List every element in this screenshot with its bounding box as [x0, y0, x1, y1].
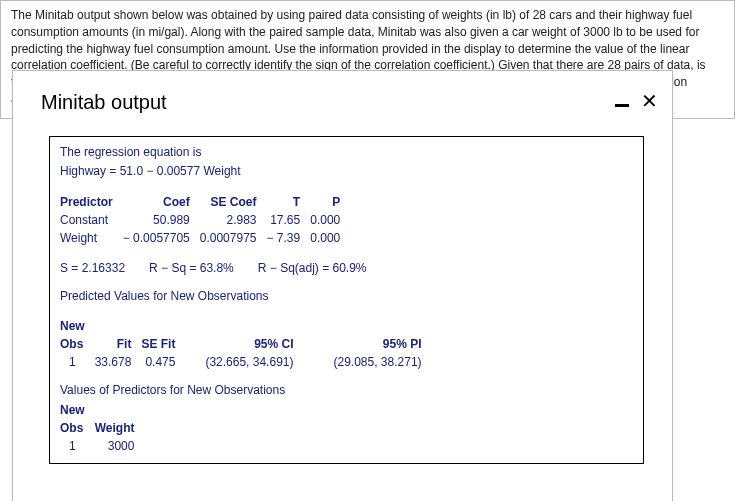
- minimize-icon[interactable]: [615, 104, 629, 107]
- col-pi: 95% PI: [303, 335, 431, 353]
- close-icon[interactable]: ✕: [641, 91, 658, 111]
- predictor-values-table: New Obs Weight 1 3000: [60, 401, 144, 455]
- predicted-values-table: New Obs Fit SE Fit 95% CI 95% PI 1 33.67…: [60, 317, 432, 371]
- modal-controls: ✕: [615, 91, 658, 111]
- col-new: New: [60, 317, 95, 335]
- equation: Highway = 51.0 − 0.00577 Weight: [60, 162, 633, 180]
- col-t: T: [267, 193, 311, 211]
- col-fit: Fit: [95, 335, 142, 353]
- stat-rsqadj: R − Sq(adj) = 60.9%: [258, 259, 367, 277]
- col-new2: New: [60, 401, 95, 419]
- col-obs: Obs: [60, 335, 95, 353]
- predictor-values-title: Values of Predictors for New Observation…: [60, 381, 633, 399]
- output-box: The regression equation is Highway = 51.…: [49, 136, 644, 464]
- stat-rsq: R − Sq = 63.8%: [149, 259, 234, 277]
- col-p: P: [310, 193, 350, 211]
- table-row: Constant 50.989 2.983 17.65 0.000: [60, 211, 350, 229]
- stat-s: S = 2.16332: [60, 259, 125, 277]
- modal-header: Minitab output ✕: [13, 71, 672, 124]
- stats-row: S = 2.16332 R − Sq = 63.8% R − Sq(adj) =…: [60, 259, 633, 277]
- col-weight: Weight: [95, 419, 145, 437]
- modal-title: Minitab output: [41, 91, 167, 114]
- col-predictor: Predictor: [60, 193, 123, 211]
- col-secoef: SE Coef: [200, 193, 267, 211]
- col-coef: Coef: [123, 193, 200, 211]
- predicted-values-title: Predicted Values for New Observations: [60, 287, 633, 305]
- table-row: 1 3000: [60, 437, 144, 455]
- table-row: Weight − 0.0057705 0.0007975 − 7.39 0.00…: [60, 229, 350, 247]
- minitab-output-modal: Minitab output ✕ The regression equation…: [12, 70, 673, 501]
- table-row: 1 33.678 0.475 (32.665, 34.691) (29.085,…: [60, 353, 432, 371]
- predictor-table: Predictor Coef SE Coef T P Constant 50.9…: [60, 193, 350, 247]
- equation-label: The regression equation is: [60, 143, 633, 161]
- col-ci: 95% CI: [185, 335, 303, 353]
- col-sefit: SE Fit: [141, 335, 185, 353]
- col-obs2: Obs: [60, 419, 95, 437]
